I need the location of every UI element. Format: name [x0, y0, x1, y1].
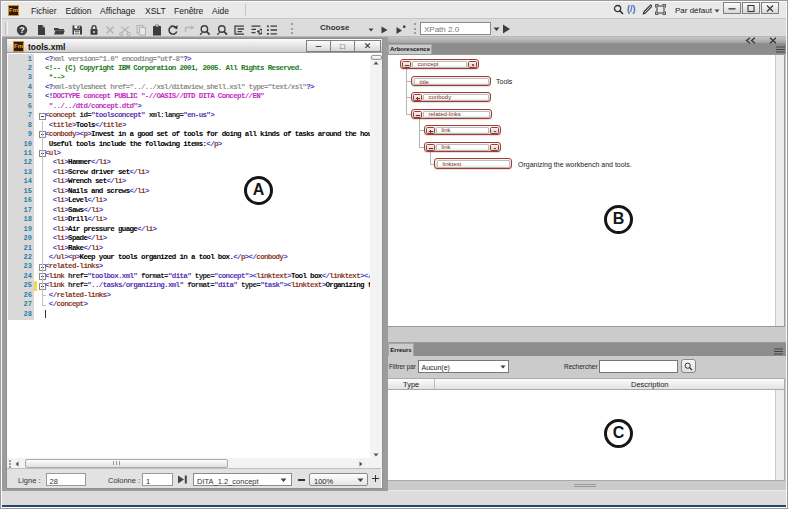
svg-text:?: ?: [19, 25, 24, 35]
